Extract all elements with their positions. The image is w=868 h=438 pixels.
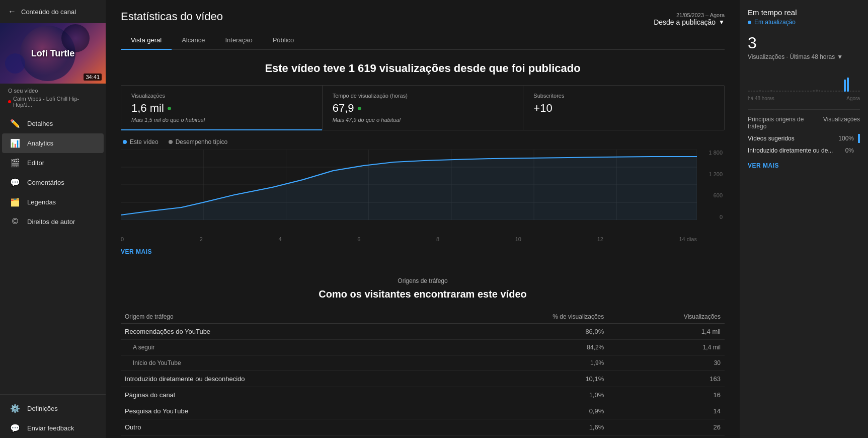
mini-bar (838, 91, 840, 92)
panel-ver-mais-button[interactable]: VER MAIS (748, 160, 779, 171)
chevron-down-icon: ▼ (719, 19, 725, 26)
sidebar-item-editor[interactable]: 🎬 Editor (2, 153, 104, 173)
metric-up-icon-visualizacoes: ● (167, 104, 172, 113)
legend-dot-este-video (123, 140, 127, 144)
sidebar-nav: ✏️ Detalhes 📊 Analytics 🎬 Editor 💬 Comen… (0, 114, 106, 231)
metric-label-subscritores: Subscritores (533, 93, 714, 99)
feedback-icon: 💬 (10, 423, 20, 433)
sidebar-bottom: ⚙️ Definições 💬 Enviar feedback (0, 394, 106, 438)
traffic-source-bar (858, 134, 860, 143)
tab-vista-geral[interactable]: Vista geral (121, 31, 172, 50)
dropdown-icon[interactable]: ▼ (837, 53, 843, 60)
chart-x-labels: 02468101214 dias (121, 234, 725, 242)
chart-area (121, 150, 697, 220)
metric-card-visualizacoes[interactable]: Visualizações 1,6 mil ● Mais 1,5 mil do … (121, 86, 323, 130)
chart-container: 1 8001 2006000 (121, 150, 725, 230)
mini-bar (790, 91, 792, 92)
live-dot (8, 100, 11, 103)
mini-bar (821, 91, 823, 92)
tab-interacao[interactable]: Interação (215, 31, 262, 50)
sidebar-item-legendas[interactable]: 🗂️ Legendas (2, 192, 104, 212)
sidebar-back-label: Conteúdo do canal (21, 8, 76, 16)
traffic-views: 1,4 mil (608, 324, 725, 340)
metric-note-visualizacoes: Mais 1,5 mil do que o habitual (131, 117, 312, 123)
date-range-selector[interactable]: Desde a publicação ▼ (654, 18, 725, 26)
traffic-source-name: Introduzido diretamente ou desconhecido (121, 371, 453, 387)
page-title: Estatísticas do vídeo (121, 10, 223, 23)
chart-x-label: 4 (279, 236, 282, 242)
mini-bar (753, 91, 755, 92)
panel-traffic-source-row: Introduzido diretamente ou de... 0% (748, 147, 860, 154)
table-row: Recomendações do YouTube 86,0% 1,4 mil (121, 324, 725, 340)
mini-bar (799, 91, 801, 92)
traffic-source-name: A seguir (121, 340, 453, 355)
chart-x-label: 12 (597, 236, 603, 242)
sidebar-item-label-comentarios: Comentários (27, 179, 64, 186)
chart-y-labels: 1 8001 2006000 (699, 150, 725, 220)
sidebar-item-label-feedback: Enviar feedback (27, 424, 74, 432)
metric-value-visualizacoes: 1,6 mil ● (131, 102, 312, 115)
mini-bar (796, 91, 798, 92)
col-views: Visualizações (608, 310, 725, 324)
sidebar-back-button[interactable]: ← Conteúdo do canal (0, 0, 106, 23)
ver-mais-button[interactable]: VER MAIS (121, 246, 152, 257)
sidebar-item-analytics[interactable]: 📊 Analytics (2, 133, 104, 153)
mini-bar (787, 91, 790, 92)
metrics-row: Visualizações 1,6 mil ● Mais 1,5 mil do … (121, 85, 725, 130)
mini-bar (810, 91, 812, 92)
mini-bar (748, 91, 750, 92)
chart-x-label: 6 (357, 236, 360, 242)
stats-headline: Este vídeo teve 1 619 visualizações desd… (121, 62, 725, 75)
mini-bar (855, 91, 857, 92)
legendas-icon: 🗂️ (10, 197, 20, 207)
traffic-label: Origens de tráfego (121, 277, 725, 284)
sidebar-item-label-direitos: Direitos de autor (27, 218, 75, 226)
analytics-icon: 📊 (10, 138, 20, 148)
sidebar-item-label-definicoes: Definições (27, 405, 58, 412)
stats-section: Este vídeo teve 1 619 visualizações desd… (106, 50, 740, 257)
sidebar-item-label-analytics: Analytics (27, 139, 53, 147)
table-row: Início do YouTube 1,9% 30 (121, 355, 725, 371)
realtime-dot (748, 21, 751, 24)
traffic-source-name: Início do YouTube (121, 355, 453, 371)
sidebar-item-feedback[interactable]: 💬 Enviar feedback (2, 418, 104, 438)
chart-legend: Este vídeo Desempenho típico (121, 138, 725, 145)
video-thumbnail: Lofi Turtle 34:41 (0, 23, 106, 84)
mini-bar (779, 91, 781, 92)
sidebar-item-detalhes[interactable]: ✏️ Detalhes (2, 114, 104, 133)
traffic-source-name: Introduzido diretamente ou de... (748, 147, 845, 154)
chart-x-label: 14 dias (679, 236, 697, 242)
svg-marker-15 (121, 157, 697, 220)
metric-card-subscritores[interactable]: Subscritores +10 (523, 86, 724, 130)
metric-value-subscritores: +10 (533, 102, 714, 115)
traffic-source-name: Pesquisa do YouTube (121, 403, 453, 419)
mini-bar (841, 91, 843, 92)
legend-label-este-video: Este vídeo (130, 138, 159, 145)
table-row: Pesquisa do YouTube 0,9% 14 (121, 403, 725, 419)
mini-bar (756, 91, 758, 92)
panel-traffic-sources: Vídeos sugeridos 100% Introduzido direta… (748, 134, 860, 154)
traffic-pct: 1,0% (453, 387, 608, 403)
traffic-pct: 0,9% (453, 403, 608, 419)
mini-bar (833, 91, 835, 92)
panel-traffic-header: Principais origens de tráfego Visualizaç… (748, 109, 860, 130)
col-source: Origem de tráfego (121, 310, 453, 324)
traffic-views: 26 (608, 419, 725, 435)
sidebar-item-direitos[interactable]: © Direitos de autor (2, 212, 104, 231)
mini-bar (827, 91, 829, 92)
sidebar-item-label-legendas: Legendas (27, 198, 56, 206)
comentarios-icon: 💬 (10, 178, 20, 187)
mini-bar (858, 91, 860, 92)
mini-chart (748, 66, 860, 92)
metric-card-tempo-visualizacao[interactable]: Tempo de visualização (horas) 67,9 ● Mai… (323, 86, 524, 130)
tab-publico[interactable]: Público (263, 31, 304, 50)
realtime-count: 3 (748, 34, 860, 52)
sidebar-item-definicoes[interactable]: ⚙️ Definições (2, 399, 104, 418)
video-duration: 34:41 (84, 74, 102, 81)
traffic-pct: 10,1% (453, 371, 608, 387)
tab-alcance[interactable]: Alcance (172, 31, 215, 50)
header-top-row: Estatísticas do vídeo 21/05/2023 – Agora… (106, 0, 740, 31)
traffic-views: 14 (608, 403, 725, 419)
metric-up-icon-tempo-visualizacao: ● (357, 104, 362, 113)
sidebar-item-comentarios[interactable]: 💬 Comentários (2, 173, 104, 192)
